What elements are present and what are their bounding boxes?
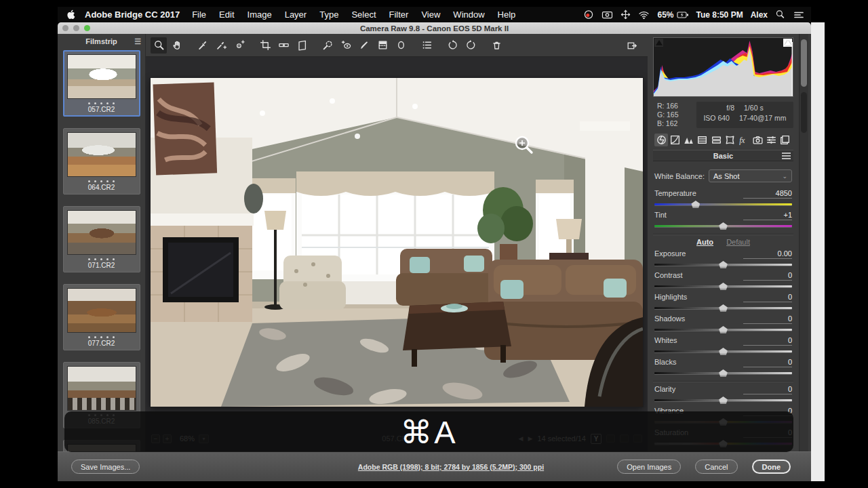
menu-select[interactable]: Select	[351, 9, 376, 20]
thumbnail-photo[interactable]	[67, 132, 136, 177]
slider-thumb[interactable]	[691, 201, 700, 208]
tab-tone-curve-icon[interactable]	[668, 134, 682, 146]
window-title-bar[interactable]: Camera Raw 9.8 - Canon EOS 5D Mark II	[58, 22, 811, 34]
rating-dots[interactable]	[67, 258, 136, 260]
fullscreen-toggle-icon[interactable]	[623, 37, 639, 54]
slider-value-field[interactable]: 0	[743, 385, 792, 394]
slider-track[interactable]	[654, 222, 792, 230]
slider-value-field[interactable]: +1	[743, 211, 792, 220]
slider-thumb[interactable]	[719, 396, 728, 404]
shadow-clipping-indicator[interactable]	[654, 39, 663, 47]
preferences-tool-icon[interactable]	[418, 37, 435, 54]
spot-removal-tool-icon[interactable]	[319, 37, 336, 54]
color-sampler-tool-icon[interactable]	[213, 37, 229, 54]
scrollbar-thumb[interactable]	[801, 39, 807, 87]
menu-edit[interactable]: Edit	[219, 9, 234, 20]
delete-tool-icon[interactable]	[488, 37, 505, 54]
targeted-adjustment-tool-icon[interactable]	[231, 37, 248, 54]
slider-track[interactable]	[654, 347, 792, 356]
slider-thumb[interactable]	[719, 283, 728, 290]
record-icon[interactable]	[583, 9, 594, 20]
slider-value-field[interactable]: 0	[743, 358, 792, 367]
menu-type[interactable]: Type	[319, 9, 338, 20]
display-icon[interactable]	[601, 10, 613, 20]
cancel-button[interactable]: Cancel	[695, 460, 737, 474]
slider-value-field[interactable]: 4850	[743, 189, 792, 199]
rating-dots[interactable]	[67, 336, 136, 338]
auto-link[interactable]: Auto	[696, 238, 713, 246]
slider-thumb[interactable]	[719, 348, 728, 355]
white-balance-tool-icon[interactable]	[195, 37, 211, 54]
zoom-tool-icon[interactable]	[151, 37, 167, 54]
slider-track[interactable]	[654, 260, 792, 269]
hand-tool-icon[interactable]	[169, 37, 185, 54]
filmstrip-thumbnail-064.CR2[interactable]: 064.CR2	[63, 128, 140, 195]
menu-bar-clock[interactable]: Tue 8:50 PM	[696, 10, 743, 20]
slider-track[interactable]	[654, 369, 792, 378]
radial-filter-tool-icon[interactable]	[393, 37, 409, 54]
slider-track[interactable]	[654, 282, 792, 291]
tab-lens-corrections-icon[interactable]	[724, 134, 737, 146]
menu-help[interactable]: Help	[498, 9, 516, 20]
search-icon[interactable]	[775, 9, 785, 20]
red-eye-tool-icon[interactable]	[338, 37, 354, 54]
filmstrip-menu-icon[interactable]: ☰	[134, 37, 141, 46]
menu-window[interactable]: Window	[453, 9, 484, 20]
slider-track[interactable]	[654, 325, 792, 334]
rotate-right-tool-icon[interactable]	[462, 37, 479, 54]
panel-scrollbar[interactable]	[799, 34, 808, 451]
graduated-filter-tool-icon[interactable]	[374, 37, 391, 54]
histogram[interactable]	[653, 37, 793, 97]
slider-track[interactable]	[654, 396, 792, 405]
thumbnail-photo[interactable]	[67, 210, 136, 255]
preview-image[interactable]	[151, 78, 643, 407]
menu-filter[interactable]: Filter	[389, 9, 409, 20]
crop-tool-icon[interactable]	[257, 37, 273, 54]
slider-value-field[interactable]: 0.00	[743, 249, 792, 259]
wifi-icon[interactable]	[638, 10, 650, 20]
done-button[interactable]: Done	[752, 460, 791, 474]
menu-file[interactable]: File	[192, 9, 206, 20]
rotate-left-tool-icon[interactable]	[444, 37, 460, 54]
filmstrip-thumbnail-077.CR2[interactable]: 077.CR2	[63, 284, 140, 350]
filmstrip-thumbnail-057.CR2[interactable]: 057.CR2	[63, 50, 140, 117]
adjustment-brush-tool-icon[interactable]	[356, 37, 372, 54]
menu-layer[interactable]: Layer	[285, 9, 307, 20]
transform-tool-icon[interactable]	[294, 37, 310, 54]
slider-thumb[interactable]	[719, 261, 728, 268]
tab-camera-calibration-icon[interactable]	[751, 134, 764, 146]
slider-thumb[interactable]	[719, 369, 728, 377]
workflow-options-link[interactable]: Adobe RGB (1998); 8 bit; 2784 by 1856 (5…	[261, 463, 641, 471]
menu-bar-user[interactable]: Alex	[751, 10, 768, 20]
slider-track[interactable]	[654, 200, 792, 209]
tab-split-toning-icon[interactable]	[709, 134, 723, 146]
slider-value-field[interactable]: 0	[743, 314, 792, 324]
menu-view[interactable]: View	[421, 9, 440, 20]
highlight-clipping-indicator[interactable]	[783, 39, 792, 47]
slider-value-field[interactable]: 0	[743, 293, 792, 302]
thumbnail-photo[interactable]	[67, 54, 136, 99]
tab-snapshots-icon[interactable]	[778, 134, 792, 146]
thumbnail-photo[interactable]	[67, 288, 136, 333]
tab-presets-icon[interactable]	[765, 134, 778, 146]
rating-dots[interactable]	[67, 102, 136, 104]
thumbnail-photo[interactable]	[67, 366, 136, 411]
active-app-name[interactable]: Adobe Bridge CC 2017	[85, 9, 180, 20]
save-images-button[interactable]: Save Images...	[71, 460, 140, 474]
tab-basic-icon[interactable]	[654, 134, 668, 146]
slider-track[interactable]	[654, 304, 792, 312]
white-balance-select[interactable]: As Shot ⌄	[709, 169, 792, 182]
tab-detail-icon[interactable]	[682, 134, 696, 146]
list-icon[interactable]	[793, 10, 804, 20]
slider-thumb[interactable]	[719, 326, 728, 333]
straighten-tool-icon[interactable]	[275, 37, 292, 54]
slider-value-field[interactable]: 0	[743, 271, 792, 281]
default-link[interactable]: Default	[726, 238, 750, 246]
filmstrip-thumbnail-071.CR2[interactable]: 071.CR2	[63, 206, 140, 272]
slider-value-field[interactable]: 0	[743, 336, 792, 346]
slider-thumb[interactable]	[719, 304, 728, 312]
tab-hsl-icon[interactable]	[696, 134, 709, 146]
move-icon[interactable]	[620, 9, 631, 20]
rating-dots[interactable]	[67, 180, 136, 182]
panel-menu-icon[interactable]	[782, 152, 791, 159]
